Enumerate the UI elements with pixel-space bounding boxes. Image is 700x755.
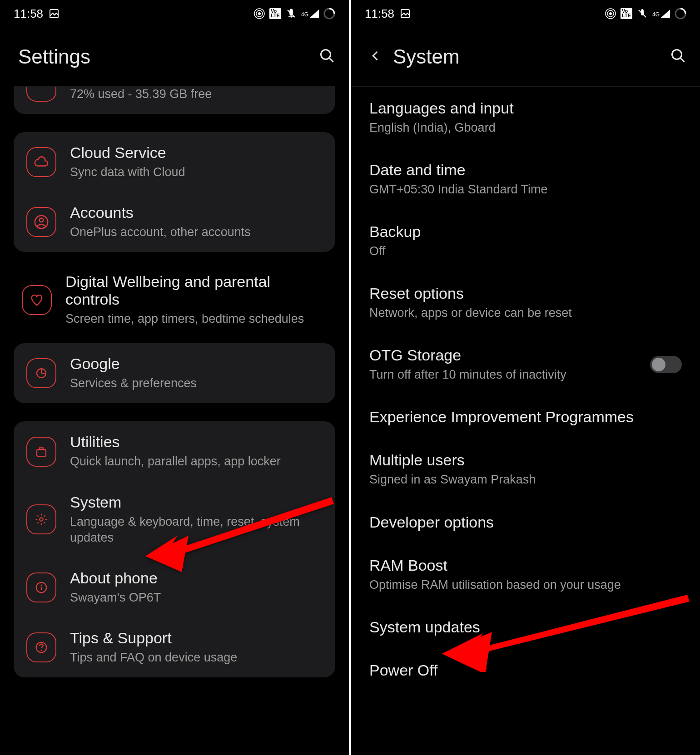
backup-title: Backup [369, 223, 682, 241]
ram-title: RAM Boost [369, 557, 682, 574]
svg-point-17 [41, 650, 42, 651]
cloud-sub: Sync data with Cloud [70, 164, 323, 180]
developer-row[interactable]: Developer options [351, 501, 700, 544]
google-sub: Services & preferences [70, 375, 323, 391]
svg-point-1 [258, 12, 261, 15]
about-title: About phone [70, 569, 323, 587]
accounts-row[interactable]: Accounts OnePlus account, other accounts [14, 192, 335, 252]
about-sub: Swayam's OP6T [70, 590, 323, 606]
cloud-title: Cloud Service [70, 144, 323, 162]
otg-row[interactable]: OTG Storage Turn off after 10 minutes of… [351, 334, 700, 395]
datetime-row[interactable]: Date and time GMT+05:30 India Standard T… [351, 148, 700, 210]
status-bar: 11:58 VoLTE 4G [0, 0, 349, 27]
status-bar: 11:58 VoLTE 4G [351, 0, 700, 27]
cloud-service-row[interactable]: Cloud Service Sync data with Cloud [14, 132, 335, 192]
mute-icon [286, 8, 297, 19]
tips-sub: Tips and FAQ on device usage [70, 650, 323, 666]
settings-header: Settings [0, 27, 349, 86]
storage-subtitle: 72% used - 35.39 GB free [70, 86, 323, 102]
storage-card[interactable]: 72% used - 35.39 GB free [14, 86, 335, 114]
power-title: Power Off [369, 661, 682, 679]
svg-line-7 [329, 58, 333, 62]
svg-point-9 [40, 218, 44, 222]
accounts-card: Cloud Service Sync data with Cloud Accou… [14, 132, 335, 252]
ram-row[interactable]: RAM Boost Optimise RAM utilisation based… [351, 544, 700, 606]
info-icon [26, 572, 56, 602]
image-icon [49, 8, 60, 19]
google-card: Google Services & preferences [14, 343, 335, 403]
power-off-row[interactable]: Power Off [351, 649, 700, 692]
toolbox-icon [26, 437, 56, 467]
otg-sub: Turn off after 10 minutes of inactivity [369, 367, 566, 383]
experience-row[interactable]: Experience Improvement Programmes [351, 395, 700, 439]
utilities-sub: Quick launch, parallel apps, app locker [70, 454, 323, 469]
volte-icon: VoLTE [621, 8, 632, 19]
search-button[interactable] [670, 48, 686, 66]
hotspot-icon [605, 8, 616, 19]
settings-screen: 11:58 VoLTE 4G Settings [0, 0, 349, 755]
svg-point-12 [40, 518, 43, 521]
heart-icon [22, 285, 52, 315]
accounts-sub: OnePlus account, other accounts [70, 224, 323, 240]
status-time: 11:58 [365, 7, 394, 21]
accounts-title: Accounts [70, 204, 323, 222]
google-title: Google [70, 355, 323, 373]
ram-sub: Optimise RAM utilisation based on your u… [369, 577, 682, 593]
system-header: System [351, 27, 700, 86]
storage-icon [26, 87, 56, 102]
system-title: System [70, 493, 323, 511]
google-icon [26, 358, 56, 388]
about-phone-row[interactable]: About phone Swayam's OP6T [14, 558, 335, 617]
cloud-icon [26, 147, 56, 177]
toggle-knob [652, 358, 665, 371]
tips-title: Tips & Support [70, 629, 323, 647]
hotspot-icon [254, 8, 265, 19]
languages-title: Languages and input [369, 99, 682, 117]
updates-title: System updates [369, 618, 682, 636]
loading-icon [323, 8, 335, 20]
reset-sub: Network, apps or device can be reset [369, 305, 682, 321]
signal-4g-icon: 4G [301, 10, 319, 18]
question-icon [26, 632, 56, 662]
users-sub: Signed in as Swayam Prakash [369, 472, 682, 488]
wellbeing-row[interactable]: Digital Wellbeing and parental controls … [0, 261, 349, 339]
signal-4g-icon: 4G [652, 10, 670, 18]
system-row[interactable]: System Language & keyboard, time, reset,… [14, 482, 335, 558]
experience-title: Experience Improvement Programmes [369, 408, 682, 426]
system-settings-screen: 11:58 VoLTE 4G [351, 0, 700, 755]
backup-sub: Off [369, 243, 682, 259]
datetime-title: Date and time [369, 161, 682, 179]
svg-line-26 [680, 58, 685, 62]
image-icon [400, 8, 411, 19]
search-button[interactable] [319, 48, 335, 66]
system-updates-row[interactable]: System updates [351, 606, 700, 649]
page-title: Settings [18, 45, 90, 68]
tips-row[interactable]: Tips & Support Tips and FAQ on device us… [14, 617, 335, 677]
svg-point-6 [321, 50, 331, 59]
otg-title: OTG Storage [369, 346, 566, 364]
google-row[interactable]: Google Services & preferences [14, 343, 335, 403]
users-row[interactable]: Multiple users Signed in as Swayam Praka… [351, 439, 700, 500]
utilities-title: Utilities [70, 433, 323, 451]
otg-toggle[interactable] [650, 356, 682, 373]
svg-point-25 [672, 50, 682, 59]
reset-title: Reset options [369, 285, 682, 302]
utilities-row[interactable]: Utilities Quick launch, parallel apps, a… [14, 421, 335, 481]
languages-row[interactable]: Languages and input English (India), Gbo… [351, 87, 700, 148]
volte-icon: VoLTE [269, 8, 281, 19]
gear-icon [26, 504, 56, 534]
datetime-sub: GMT+05:30 India Standard Time [369, 182, 682, 197]
wellbeing-sub: Screen time, app timers, bedtime schedul… [65, 311, 327, 327]
wellbeing-title: Digital Wellbeing and parental controls [65, 273, 327, 308]
system-group-card: Utilities Quick launch, parallel apps, a… [14, 421, 335, 677]
reset-row[interactable]: Reset options Network, apps or device ca… [351, 272, 700, 334]
backup-row[interactable]: Backup Off [351, 210, 700, 272]
users-title: Multiple users [369, 451, 682, 469]
loading-icon [675, 8, 686, 20]
account-icon [26, 207, 56, 237]
svg-point-20 [609, 12, 612, 15]
svg-rect-11 [37, 449, 46, 456]
languages-sub: English (India), Gboard [369, 120, 682, 136]
developer-title: Developer options [369, 513, 682, 531]
back-button[interactable] [369, 49, 382, 64]
